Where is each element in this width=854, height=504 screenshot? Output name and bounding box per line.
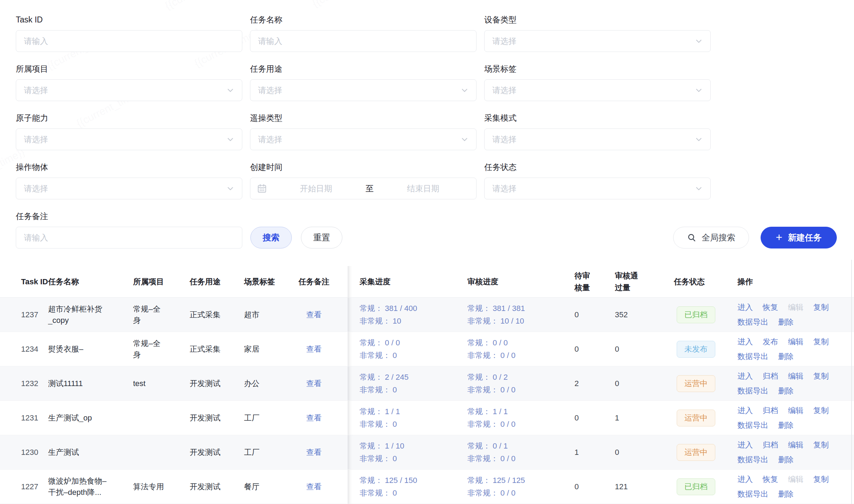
review-progress-cell: 常规： 381 / 381 非常规： 10 / 10 [467, 298, 574, 332]
op-data-export-link[interactable]: 数据导出 [737, 317, 768, 327]
op-delete-link[interactable]: 删除 [778, 317, 794, 327]
op-data-export-link[interactable]: 数据导出 [737, 351, 768, 362]
task-name-input[interactable] [250, 30, 477, 52]
start-date-placeholder[interactable]: 开始日期 [269, 183, 363, 194]
chevron-down-icon [694, 135, 703, 144]
reset-button[interactable]: 重置 [301, 227, 342, 248]
scene-tag-cell: 家居 [244, 332, 298, 366]
task-status-select[interactable]: 请选择 [484, 178, 711, 199]
op-delete-link[interactable]: 删除 [778, 489, 794, 499]
project-cell: 常规–全身 [133, 332, 190, 366]
review-progress-cell: 常规： 0 / 1 非常规： 0 / 0 [467, 435, 574, 469]
chevron-down-icon [226, 86, 235, 95]
collect-progress-cell: 常规： 125 / 150 非常规： 0 [360, 470, 467, 504]
op-delete-link[interactable]: 删除 [778, 386, 794, 396]
op-delete-link[interactable]: 删除 [778, 351, 794, 362]
op-enter-link[interactable]: 进入 [737, 440, 753, 450]
collect-progress-cell: 常规： 2 / 245 非常规： 0 [360, 366, 467, 400]
calendar-icon [257, 183, 267, 194]
approved-count-cell: 121 [615, 470, 674, 504]
op-data-export-link[interactable]: 数据导出 [737, 455, 768, 465]
op-copy-link[interactable]: 复制 [813, 371, 829, 382]
op-delete-link[interactable]: 删除 [778, 420, 794, 431]
table-row: 1232 测试11111 test 开发测试 办公 查看 常规： 2 / 245… [0, 366, 854, 401]
op-edit-link[interactable]: 编辑 [788, 337, 803, 347]
filter-label: 创建时间 [250, 162, 477, 172]
op-copy-link[interactable]: 复制 [813, 302, 829, 313]
op-data-export-link[interactable]: 数据导出 [737, 489, 768, 499]
purpose-cell: 开发测试 [190, 366, 244, 400]
remark-view-link[interactable]: 查看 [306, 447, 322, 458]
operations-cell: 进入 归档 编辑 复制 数据导出 删除 [737, 401, 854, 435]
remark-view-link[interactable]: 查看 [306, 378, 322, 389]
end-date-placeholder[interactable]: 结束日期 [376, 183, 470, 194]
op-delete-link[interactable]: 删除 [778, 455, 794, 465]
atomic-ability-select[interactable]: 请选择 [16, 128, 242, 150]
remark-view-link[interactable]: 查看 [306, 310, 322, 320]
op-archive-toggle-link[interactable]: 恢复 [763, 474, 778, 485]
global-search-button[interactable]: 全局搜索 [673, 227, 749, 248]
op-enter-link[interactable]: 进入 [737, 302, 753, 313]
op-edit-link[interactable]: 编辑 [788, 440, 803, 450]
filter-panel: Task ID 任务名称 设备类型 请选择 所属项目 请选择 任务用途 请选择 [16, 15, 711, 211]
scene-tag-select[interactable]: 请选择 [484, 79, 711, 101]
date-range-picker[interactable]: 开始日期 至 结束日期 [250, 178, 477, 199]
create-task-button[interactable]: + 新建任务 [761, 227, 837, 248]
chevron-down-icon [460, 135, 469, 144]
task-id-cell: 1232 [0, 366, 48, 400]
filter-purpose: 任务用途 请选择 [250, 64, 477, 101]
op-archive-toggle-link[interactable]: 归档 [763, 405, 778, 416]
remark-view-link[interactable]: 查看 [306, 413, 322, 423]
operations-cell: 进入 发布 编辑 复制 数据导出 删除 [737, 332, 854, 366]
op-enter-link[interactable]: 进入 [737, 337, 753, 347]
op-copy-link[interactable]: 复制 [813, 440, 829, 450]
op-archive-toggle-link[interactable]: 恢复 [763, 302, 778, 313]
op-copy-link[interactable]: 复制 [813, 337, 829, 347]
task-table: Task ID 任务名称 所属项目 任务用途 场景标签 任务备注 采集进度 审核… [0, 266, 854, 504]
project-select[interactable]: 请选择 [16, 79, 242, 101]
header-approved-count: 审核通过量 [615, 266, 674, 297]
op-data-export-link[interactable]: 数据导出 [737, 386, 768, 396]
header-review-progress: 审核进度 [467, 266, 574, 297]
scene-tag-cell: 办公 [244, 366, 298, 400]
op-enter-link[interactable]: 进入 [737, 474, 753, 485]
task-remark-input[interactable] [16, 227, 242, 248]
table-row: 1231 生产测试_op 开发测试 工厂 查看 常规： 1 / 1 非常规： 0 [0, 401, 854, 435]
remark-view-link[interactable]: 查看 [306, 482, 322, 492]
project-cell [133, 401, 190, 435]
op-copy-link[interactable]: 复制 [813, 474, 829, 485]
header-task-name: 任务名称 [48, 266, 133, 297]
project-cell [133, 435, 190, 469]
chevron-down-icon [460, 86, 469, 95]
status-cell: 已归档 [674, 470, 737, 504]
search-button[interactable]: 搜索 [250, 227, 292, 248]
remark-view-link[interactable]: 查看 [306, 344, 322, 354]
scrollbar-track[interactable] [851, 260, 852, 504]
op-copy-link[interactable]: 复制 [813, 405, 829, 416]
review-progress-cell: 常规： 0 / 0 非常规： 0 / 0 [467, 332, 574, 366]
filter-create-time: 创建时间 开始日期 至 结束日期 [250, 162, 477, 199]
operations-cell: 进入 恢复 编辑 复制 数据导出 删除 [737, 298, 854, 332]
task-id-cell: 1230 [0, 435, 48, 469]
op-enter-link[interactable]: 进入 [737, 405, 753, 416]
task-id-input[interactable] [16, 30, 242, 52]
op-enter-link[interactable]: 进入 [737, 371, 753, 382]
purpose-cell: 正式采集 [190, 332, 244, 366]
op-edit-link[interactable]: 编辑 [788, 474, 803, 485]
header-task-id: Task ID [0, 266, 48, 297]
op-edit-link[interactable]: 编辑 [788, 302, 803, 313]
review-progress-cell: 常规： 0 / 2 非常规： 0 / 0 [467, 366, 574, 400]
collect-mode-select[interactable]: 请选择 [484, 128, 711, 150]
teleop-type-select[interactable]: 请选择 [250, 128, 477, 150]
op-archive-toggle-link[interactable]: 归档 [763, 440, 778, 450]
op-archive-toggle-link[interactable]: 归档 [763, 371, 778, 382]
device-type-select[interactable]: 请选择 [484, 30, 711, 52]
op-edit-link[interactable]: 编辑 [788, 371, 803, 382]
op-archive-toggle-link[interactable]: 发布 [763, 337, 778, 347]
filter-last-row: 任务备注 搜索 重置 [16, 211, 342, 248]
purpose-select[interactable]: 请选择 [250, 79, 477, 101]
object-select[interactable]: 请选择 [16, 178, 242, 199]
approved-count-cell: 0 [615, 366, 674, 400]
op-edit-link[interactable]: 编辑 [788, 405, 803, 416]
op-data-export-link[interactable]: 数据导出 [737, 420, 768, 431]
